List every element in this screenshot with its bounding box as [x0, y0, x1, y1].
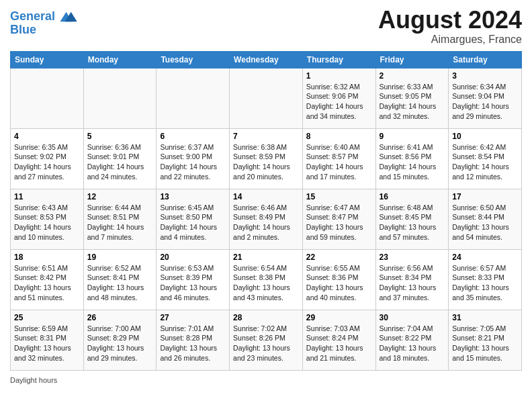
day-cell-1: 1Sunrise: 6:32 AM Sunset: 9:06 PM Daylig…: [302, 68, 375, 128]
day-number: 6: [160, 132, 226, 141]
day-info: Sunrise: 7:03 AM Sunset: 8:24 PM Dayligh…: [306, 324, 372, 363]
page-header: General Blue August 2024 Aimargues, Fran…: [10, 7, 522, 46]
day-number: 12: [87, 192, 153, 201]
day-cell-31: 31Sunrise: 7:05 AM Sunset: 8:21 PM Dayli…: [449, 310, 522, 370]
day-info: Sunrise: 6:43 AM Sunset: 8:53 PM Dayligh…: [14, 203, 80, 242]
day-info: Sunrise: 7:05 AM Sunset: 8:21 PM Dayligh…: [452, 324, 518, 363]
day-cell-5: 5Sunrise: 6:36 AM Sunset: 9:01 PM Daylig…: [83, 128, 157, 189]
day-info: Sunrise: 6:48 AM Sunset: 8:45 PM Dayligh…: [380, 203, 445, 242]
day-cell-9: 9Sunrise: 6:41 AM Sunset: 8:56 PM Daylig…: [375, 128, 449, 189]
day-number: 8: [306, 132, 372, 141]
day-cell-12: 12Sunrise: 6:44 AM Sunset: 8:51 PM Dayli…: [83, 189, 157, 249]
day-number: 27: [160, 313, 226, 322]
week-row-3: 11Sunrise: 6:43 AM Sunset: 8:53 PM Dayli…: [11, 189, 522, 249]
day-cell-23: 23Sunrise: 6:56 AM Sunset: 8:34 PM Dayli…: [375, 249, 449, 310]
weekday-header-tuesday: Tuesday: [157, 51, 230, 68]
weekday-header-saturday: Saturday: [449, 51, 522, 68]
day-info: Sunrise: 6:56 AM Sunset: 8:34 PM Dayligh…: [380, 263, 445, 303]
day-info: Sunrise: 6:40 AM Sunset: 8:57 PM Dayligh…: [306, 142, 372, 182]
day-info: Sunrise: 6:32 AM Sunset: 9:06 PM Dayligh…: [306, 82, 372, 122]
week-row-5: 25Sunrise: 6:59 AM Sunset: 8:31 PM Dayli…: [11, 310, 522, 370]
day-number: 23: [380, 253, 445, 262]
weekday-header-friday: Friday: [375, 51, 449, 68]
day-cell-26: 26Sunrise: 7:00 AM Sunset: 8:29 PM Dayli…: [83, 310, 157, 370]
weekday-header-row: SundayMondayTuesdayWednesdayThursdayFrid…: [11, 51, 522, 68]
weekday-header-monday: Monday: [83, 51, 157, 68]
day-cell-6: 6Sunrise: 6:37 AM Sunset: 9:00 PM Daylig…: [157, 128, 230, 189]
day-cell-29: 29Sunrise: 7:03 AM Sunset: 8:24 PM Dayli…: [302, 310, 375, 370]
day-number: 9: [380, 132, 445, 141]
day-info: Sunrise: 6:44 AM Sunset: 8:51 PM Dayligh…: [87, 203, 153, 242]
day-number: 10: [452, 132, 518, 141]
day-info: Sunrise: 6:53 AM Sunset: 8:39 PM Dayligh…: [160, 263, 226, 303]
day-cell-8: 8Sunrise: 6:40 AM Sunset: 8:57 PM Daylig…: [302, 128, 375, 189]
day-info: Sunrise: 6:47 AM Sunset: 8:47 PM Dayligh…: [306, 203, 372, 242]
day-info: Sunrise: 6:57 AM Sunset: 8:33 PM Dayligh…: [452, 263, 518, 303]
day-info: Sunrise: 6:55 AM Sunset: 8:36 PM Dayligh…: [306, 263, 372, 303]
logo-icon: [60, 11, 79, 23]
day-cell-14: 14Sunrise: 6:46 AM Sunset: 8:49 PM Dayli…: [230, 189, 303, 249]
weekday-header-sunday: Sunday: [11, 51, 84, 68]
day-cell-27: 27Sunrise: 7:01 AM Sunset: 8:28 PM Dayli…: [157, 310, 230, 370]
day-info: Sunrise: 6:35 AM Sunset: 9:02 PM Dayligh…: [14, 142, 80, 182]
day-cell-18: 18Sunrise: 6:51 AM Sunset: 8:42 PM Dayli…: [11, 249, 84, 310]
day-number: 31: [452, 313, 518, 322]
day-number: 25: [14, 313, 80, 322]
day-number: 20: [160, 253, 226, 262]
day-cell-2: 2Sunrise: 6:33 AM Sunset: 9:05 PM Daylig…: [375, 68, 449, 128]
day-info: Sunrise: 6:36 AM Sunset: 9:01 PM Dayligh…: [87, 142, 153, 182]
day-info: Sunrise: 7:02 AM Sunset: 8:26 PM Dayligh…: [233, 324, 299, 363]
day-cell-30: 30Sunrise: 7:04 AM Sunset: 8:22 PM Dayli…: [375, 310, 449, 370]
title-block: August 2024 Aimargues, France: [378, 7, 522, 46]
day-number: 28: [233, 313, 299, 322]
calendar-table: SundayMondayTuesdayWednesdayThursdayFrid…: [10, 51, 522, 371]
day-cell-11: 11Sunrise: 6:43 AM Sunset: 8:53 PM Dayli…: [11, 189, 84, 249]
weekday-header-wednesday: Wednesday: [230, 51, 303, 68]
day-number: 4: [14, 132, 80, 141]
footer: Daylight hours: [10, 376, 522, 384]
day-info: Sunrise: 6:54 AM Sunset: 8:38 PM Dayligh…: [233, 263, 299, 303]
day-cell-13: 13Sunrise: 6:45 AM Sunset: 8:50 PM Dayli…: [157, 189, 230, 249]
day-info: Sunrise: 6:45 AM Sunset: 8:50 PM Dayligh…: [160, 203, 226, 242]
day-cell-17: 17Sunrise: 6:50 AM Sunset: 8:44 PM Dayli…: [449, 189, 522, 249]
logo-text: General: [10, 10, 79, 24]
day-info: Sunrise: 6:41 AM Sunset: 8:56 PM Dayligh…: [380, 142, 445, 182]
day-number: 7: [233, 132, 299, 141]
day-cell-19: 19Sunrise: 6:52 AM Sunset: 8:41 PM Dayli…: [83, 249, 157, 310]
day-info: Sunrise: 6:52 AM Sunset: 8:41 PM Dayligh…: [87, 263, 153, 303]
day-number: 22: [306, 253, 372, 262]
day-info: Sunrise: 6:51 AM Sunset: 8:42 PM Dayligh…: [14, 263, 80, 303]
day-number: 11: [14, 192, 80, 201]
day-cell-3: 3Sunrise: 6:34 AM Sunset: 9:04 PM Daylig…: [449, 68, 522, 128]
day-number: 5: [87, 132, 153, 141]
day-cell-24: 24Sunrise: 6:57 AM Sunset: 8:33 PM Dayli…: [449, 249, 522, 310]
day-info: Sunrise: 7:00 AM Sunset: 8:29 PM Dayligh…: [87, 324, 153, 363]
day-number: 18: [14, 253, 80, 262]
day-number: 19: [87, 253, 153, 262]
day-number: 26: [87, 313, 153, 322]
day-info: Sunrise: 6:59 AM Sunset: 8:31 PM Dayligh…: [14, 324, 80, 363]
day-number: 1: [306, 71, 372, 81]
day-info: Sunrise: 6:37 AM Sunset: 9:00 PM Dayligh…: [160, 142, 226, 182]
day-cell-15: 15Sunrise: 6:47 AM Sunset: 8:47 PM Dayli…: [302, 189, 375, 249]
day-cell-16: 16Sunrise: 6:48 AM Sunset: 8:45 PM Dayli…: [375, 189, 449, 249]
day-cell-4: 4Sunrise: 6:35 AM Sunset: 9:02 PM Daylig…: [11, 128, 84, 189]
day-cell-10: 10Sunrise: 6:42 AM Sunset: 8:54 PM Dayli…: [449, 128, 522, 189]
day-number: 14: [233, 192, 299, 201]
day-cell-empty: [83, 68, 157, 128]
day-number: 21: [233, 253, 299, 262]
day-number: 16: [380, 192, 445, 201]
logo: General Blue: [10, 10, 79, 36]
day-info: Sunrise: 7:04 AM Sunset: 8:22 PM Dayligh…: [380, 324, 445, 363]
daylight-label: Daylight hours: [10, 376, 57, 384]
day-number: 13: [160, 192, 226, 201]
week-row-4: 18Sunrise: 6:51 AM Sunset: 8:42 PM Dayli…: [11, 249, 522, 310]
day-info: Sunrise: 6:33 AM Sunset: 9:05 PM Dayligh…: [380, 82, 445, 122]
day-info: Sunrise: 6:50 AM Sunset: 8:44 PM Dayligh…: [452, 203, 518, 242]
day-cell-20: 20Sunrise: 6:53 AM Sunset: 8:39 PM Dayli…: [157, 249, 230, 310]
weekday-header-thursday: Thursday: [302, 51, 375, 68]
week-row-2: 4Sunrise: 6:35 AM Sunset: 9:02 PM Daylig…: [11, 128, 522, 189]
day-cell-21: 21Sunrise: 6:54 AM Sunset: 8:38 PM Dayli…: [230, 249, 303, 310]
day-cell-22: 22Sunrise: 6:55 AM Sunset: 8:36 PM Dayli…: [302, 249, 375, 310]
day-cell-empty: [157, 68, 230, 128]
